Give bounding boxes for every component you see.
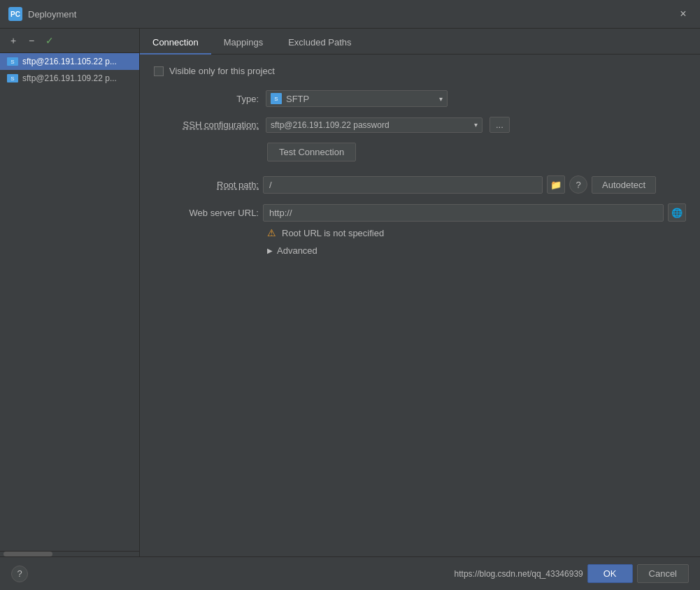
ssh-config-ellipsis-button[interactable]: ...: [490, 117, 510, 133]
status-text: https://blog.csdn.net/qq_43346939: [455, 569, 583, 579]
web-server-url-input[interactable]: [263, 204, 664, 222]
sidebar-items: S sftp@216.191.105.22 p... S sftp@216.19…: [0, 53, 139, 551]
sftp-dropdown-icon: S: [271, 93, 282, 104]
warning-text: Root URL is not specified: [282, 228, 384, 238]
warning-icon: ⚠: [267, 227, 276, 238]
warning-row: ⚠ Root URL is not specified: [154, 227, 686, 238]
sidebar: + − ✓ S sftp@216.191.105.22 p... S sftp@…: [0, 29, 140, 556]
content-area: Connection Mappings Excluded Paths Visib…: [140, 29, 700, 556]
bottom-bar: ? https://blog.csdn.net/qq_43346939 OK C…: [0, 556, 700, 590]
remove-button[interactable]: −: [24, 33, 39, 48]
folder-icon[interactable]: 📁: [547, 175, 565, 194]
bottom-right: https://blog.csdn.net/qq_43346939 OK Can…: [455, 564, 689, 583]
ssh-config-label: SSH configuration:: [154, 120, 259, 130]
test-connection-row: Test Connection: [154, 143, 686, 161]
sidebar-item-label-2: sftp@216.191.109.22 p...: [22, 73, 132, 83]
app-icon: PC: [8, 7, 22, 21]
tab-excluded-paths[interactable]: Excluded Paths: [276, 31, 364, 55]
sidebar-scrollbar[interactable]: [0, 551, 139, 556]
sidebar-item-label-1: sftp@216.191.105.22 p...: [22, 57, 132, 66]
chevron-down-icon: ▾: [439, 95, 443, 103]
globe-icon[interactable]: 🌐: [668, 203, 686, 222]
root-path-label: Root path:: [154, 180, 259, 190]
bottom-left: ?: [11, 566, 28, 582]
visible-only-checkbox[interactable]: [154, 66, 164, 76]
cancel-button[interactable]: Cancel: [637, 564, 689, 583]
sftp-icon-2: S: [7, 74, 18, 82]
tab-connection[interactable]: Connection: [140, 31, 211, 55]
advanced-label: Advanced: [277, 245, 317, 256]
web-server-url-label: Web server URL:: [154, 208, 259, 218]
type-row: Type: S SFTP ▾: [154, 90, 686, 107]
close-button[interactable]: ×: [675, 6, 692, 22]
ok-button[interactable]: OK: [587, 564, 633, 583]
dialog-title: Deployment: [28, 9, 675, 20]
sidebar-item-sftp1[interactable]: S sftp@216.191.105.22 p...: [0, 53, 139, 70]
ssh-config-value: sftp@216.191.109.22 password: [271, 120, 471, 130]
advanced-chevron-right-icon: ▶: [267, 247, 273, 254]
scrollbar-thumb: [3, 552, 52, 556]
tab-mappings[interactable]: Mappings: [211, 31, 276, 55]
type-dropdown[interactable]: S SFTP ▾: [266, 90, 448, 107]
sidebar-toolbar: + − ✓: [0, 29, 139, 53]
confirm-button[interactable]: ✓: [42, 33, 57, 48]
root-path-row: Root path: 📁 ? Autodetect: [154, 175, 686, 194]
visible-only-label: Visible only for this project: [169, 66, 275, 76]
autodetect-button[interactable]: Autodetect: [592, 176, 656, 194]
sftp-icon-1: S: [7, 57, 18, 66]
tab-bar: Connection Mappings Excluded Paths: [140, 29, 700, 55]
help-button[interactable]: ?: [11, 566, 28, 582]
test-connection-button[interactable]: Test Connection: [267, 143, 356, 161]
root-path-input[interactable]: [263, 176, 543, 194]
form-content: Visible only for this project Type: S SF…: [140, 55, 700, 556]
sidebar-item-sftp2[interactable]: S sftp@216.191.109.22 p...: [0, 70, 139, 87]
type-label: Type:: [154, 94, 259, 104]
type-value: SFTP: [286, 94, 435, 104]
web-server-url-row: Web server URL: 🌐: [154, 203, 686, 222]
deployment-dialog: PC Deployment × + − ✓ S sftp@216.191.105…: [0, 0, 700, 590]
ssh-chevron-down-icon: ▾: [474, 121, 478, 129]
ssh-config-dropdown[interactable]: sftp@216.191.109.22 password ▾: [266, 117, 483, 133]
root-path-help-icon[interactable]: ?: [569, 175, 587, 194]
ssh-config-row: SSH configuration: sftp@216.191.109.22 p…: [154, 117, 686, 133]
title-bar: PC Deployment ×: [0, 0, 700, 29]
add-button[interactable]: +: [6, 33, 21, 48]
main-layout: + − ✓ S sftp@216.191.105.22 p... S sftp@…: [0, 29, 700, 556]
visible-only-row: Visible only for this project: [154, 66, 686, 76]
advanced-row[interactable]: ▶ Advanced: [154, 245, 686, 256]
